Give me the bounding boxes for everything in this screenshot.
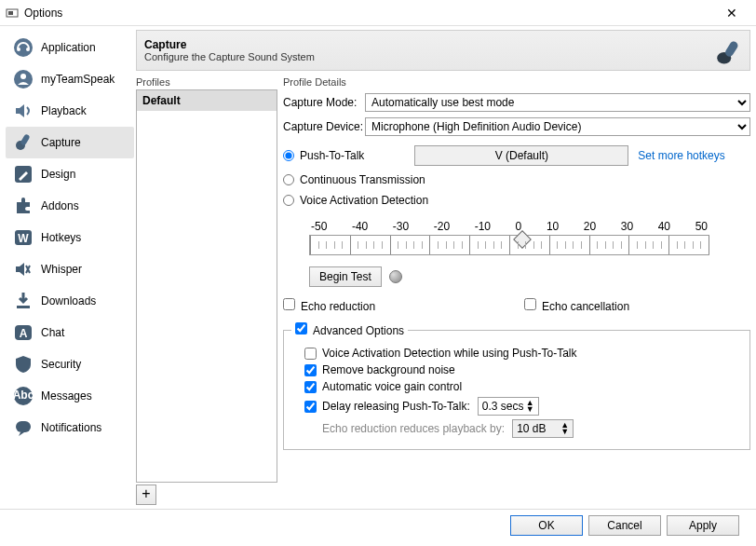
test-indicator-light bbox=[389, 270, 402, 283]
sidebar-item-label: Chat bbox=[41, 326, 64, 339]
sidebar-item-label: Security bbox=[41, 358, 81, 371]
ptt-hotkey-field[interactable]: V (Default) bbox=[414, 145, 628, 166]
svg-text:W: W bbox=[18, 232, 29, 245]
sidebar-item-application[interactable]: Application bbox=[6, 32, 134, 63]
sidebar-item-label: Notifications bbox=[41, 421, 101, 434]
profile-details-label: Profile Details bbox=[283, 76, 750, 93]
capture-mode-select[interactable]: Automatically use best mode bbox=[365, 93, 750, 112]
pen-icon bbox=[11, 162, 35, 186]
user-icon bbox=[11, 67, 35, 91]
sidebar-item-hotkeys[interactable]: W Hotkeys bbox=[6, 222, 134, 253]
begin-test-button[interactable]: Begin Test bbox=[309, 266, 382, 287]
sidebar-item-design[interactable]: Design bbox=[6, 158, 134, 190]
sidebar-item-chat[interactable]: A Chat bbox=[6, 317, 134, 348]
shield-icon bbox=[11, 352, 35, 376]
headset-icon bbox=[11, 35, 35, 60]
sidebar-item-label: Playback bbox=[41, 104, 87, 117]
sidebar-item-addons[interactable]: Addons bbox=[6, 190, 134, 222]
whisper-icon bbox=[11, 257, 35, 281]
capture-mode-label: Capture Mode: bbox=[283, 96, 365, 109]
sidebar-item-label: Downloads bbox=[41, 294, 96, 307]
section-subtitle: Configure the Capture Sound System bbox=[144, 51, 315, 62]
sidebar-item-label: Messages bbox=[41, 389, 92, 403]
slider-thumb[interactable] bbox=[513, 230, 532, 249]
svg-point-6 bbox=[20, 74, 26, 79]
app-icon bbox=[6, 7, 19, 20]
vad-radio[interactable] bbox=[283, 195, 294, 206]
sidebar-item-downloads[interactable]: Downloads bbox=[6, 285, 134, 317]
svg-text:A: A bbox=[20, 327, 28, 340]
sidebar-item-whisper[interactable]: Whisper bbox=[6, 253, 134, 285]
continuous-radio[interactable] bbox=[283, 174, 294, 185]
sidebar-item-label: Addons bbox=[41, 199, 79, 212]
agc-check[interactable] bbox=[304, 381, 317, 393]
add-profile-button[interactable]: + bbox=[136, 485, 156, 505]
vad-while-ptt-check[interactable] bbox=[304, 348, 317, 360]
svg-rect-1 bbox=[8, 11, 13, 15]
vad-slider[interactable]: -50 -40 -30 -20 -10 0 10 20 30 40 50 bbox=[309, 220, 709, 255]
close-button[interactable]: ✕ bbox=[713, 6, 750, 20]
continuous-radio-label: Continuous Transmission bbox=[300, 173, 425, 186]
echo-cancel-check[interactable] bbox=[524, 298, 536, 310]
remove-bg-noise-check[interactable] bbox=[304, 364, 317, 376]
apply-button[interactable]: Apply bbox=[667, 515, 739, 536]
svg-text:Abc: Abc bbox=[13, 389, 34, 402]
vad-while-ptt-label: Voice Activation Detection while using P… bbox=[322, 347, 576, 360]
remove-bg-noise-label: Remove background noise bbox=[322, 363, 455, 376]
sidebar-item-label: Capture bbox=[41, 136, 81, 149]
ptt-radio-label: Push-To-Talk bbox=[300, 149, 364, 162]
download-icon bbox=[11, 289, 35, 313]
chat-icon: A bbox=[11, 321, 35, 345]
capture-device-select[interactable]: Microphone (High Definition Audio Device… bbox=[365, 117, 750, 136]
echo-reduction-check[interactable] bbox=[283, 298, 295, 310]
set-more-hotkeys-link[interactable]: Set more hotkeys bbox=[638, 149, 724, 162]
sidebar-item-label: Application bbox=[41, 41, 96, 54]
keyboard-icon: W bbox=[11, 225, 35, 250]
messages-icon: Abc bbox=[11, 384, 35, 408]
sidebar-item-label: Hotkeys bbox=[41, 231, 81, 244]
svg-point-2 bbox=[14, 38, 33, 57]
section-header: Capture Configure the Capture Sound Syst… bbox=[136, 30, 750, 71]
sidebar-item-security[interactable]: Security bbox=[6, 348, 134, 380]
svg-rect-17 bbox=[16, 421, 31, 432]
window-title: Options bbox=[24, 7, 713, 20]
svg-point-3 bbox=[17, 48, 20, 51]
speaker-icon bbox=[11, 99, 35, 123]
puzzle-icon bbox=[11, 194, 35, 218]
microphone-large-icon bbox=[716, 38, 744, 66]
dialog-footer: OK Cancel Apply bbox=[0, 509, 756, 540]
ptt-radio[interactable] bbox=[283, 150, 294, 161]
sidebar-item-messages[interactable]: Abc Messages bbox=[6, 380, 134, 412]
echo-db-spinner: 10 dB▲▼ bbox=[512, 419, 574, 438]
ok-button[interactable]: OK bbox=[510, 515, 583, 536]
capture-device-label: Capture Device: bbox=[283, 120, 365, 133]
echo-note-label: Echo reduction reduces playback by: bbox=[322, 422, 505, 435]
echo-reduction-label: Echo reduction bbox=[301, 300, 375, 313]
microphone-icon bbox=[11, 130, 35, 155]
delay-ptt-check[interactable] bbox=[304, 401, 317, 413]
sidebar-item-capture[interactable]: Capture bbox=[6, 127, 134, 158]
profiles-list[interactable]: Default bbox=[136, 89, 277, 483]
sidebar-item-myteamspeak[interactable]: myTeamSpeak bbox=[6, 63, 134, 95]
sidebar-item-playback[interactable]: Playback bbox=[6, 95, 134, 127]
svg-point-4 bbox=[26, 48, 30, 51]
sidebar: Application myTeamSpeak Playback Capture… bbox=[6, 30, 134, 505]
section-title: Capture bbox=[144, 38, 315, 51]
speech-icon bbox=[11, 416, 35, 440]
profiles-label: Profiles bbox=[136, 76, 277, 89]
profile-item[interactable]: Default bbox=[137, 90, 277, 111]
svg-rect-12 bbox=[17, 306, 30, 308]
sidebar-item-notifications[interactable]: Notifications bbox=[6, 412, 134, 444]
delay-ptt-label: Delay releasing Push-To-Talk: bbox=[322, 400, 470, 413]
advanced-options-check[interactable] bbox=[295, 322, 307, 334]
sidebar-item-label: Whisper bbox=[41, 263, 82, 276]
cancel-button[interactable]: Cancel bbox=[588, 515, 661, 536]
delay-ptt-spinner[interactable]: 0.3 secs▲▼ bbox=[478, 397, 539, 416]
titlebar: Options ✕ bbox=[0, 0, 756, 26]
vad-radio-label: Voice Activation Detection bbox=[300, 194, 428, 207]
echo-cancel-label: Echo cancellation bbox=[542, 300, 629, 313]
sidebar-item-label: Design bbox=[41, 168, 75, 181]
agc-label: Automatic voice gain control bbox=[322, 380, 462, 393]
advanced-options-legend: Advanced Options bbox=[313, 324, 404, 337]
advanced-options-fieldset: Advanced Options Voice Activation Detect… bbox=[283, 322, 750, 450]
